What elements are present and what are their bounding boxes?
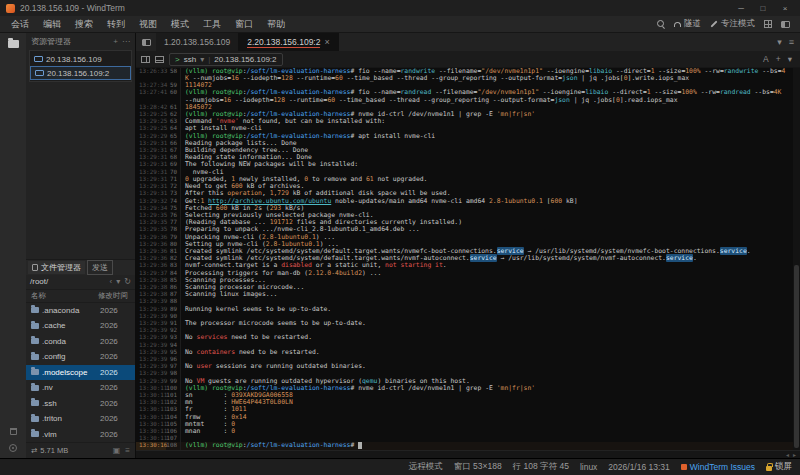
session-tree-area[interactable] (26, 86, 135, 259)
folder-icon (31, 416, 39, 422)
menu-item[interactable]: 帮助 (260, 16, 292, 32)
line-number: 65 (166, 133, 181, 140)
side-footer: ⇄ 5.71 MB ▣ ≡ (26, 442, 135, 458)
scrollbar-thumb[interactable] (794, 265, 799, 448)
toolbar-more-icon[interactable]: ▾ (788, 54, 792, 64)
split-horizontal-icon[interactable] (155, 56, 164, 63)
tunnel-button[interactable]: 隧道 (674, 18, 701, 30)
terminal-line: 13:29:3995No containers need to be resta… (136, 349, 793, 356)
search-icon[interactable] (657, 20, 665, 28)
line-timestamp: 13:29:38 (136, 291, 166, 298)
file-row[interactable]: .anaconda2026 (26, 303, 135, 319)
session-list: 20.138.156.10920.138.156.109:2 (29, 50, 132, 82)
line-number: 87 (166, 291, 181, 298)
status-mode[interactable]: 远程模式 (409, 461, 443, 473)
line-timestamp: 13:29:32 (136, 198, 166, 205)
minimize-button[interactable]: ─ (730, 4, 752, 13)
menu-items: 会话编辑搜索转到视图模式工具窗口帮助 (4, 16, 292, 32)
line-number: 64 (166, 125, 181, 132)
file-row[interactable]: .triton2026 (26, 411, 135, 427)
terminal-body[interactable]: 13:26:3358(vllm) root@vip:/soft/lm-evalu… (136, 68, 800, 450)
scroll-left-icon[interactable]: ◂ (786, 452, 789, 458)
line-number: 102 (166, 399, 181, 406)
font-size-icon[interactable]: A (763, 54, 769, 64)
status-cursor-position[interactable]: 行 108 字符 45 (513, 461, 569, 473)
status-datetime: 2026/1/16 13:31 (608, 462, 669, 472)
split-vertical-icon[interactable] (141, 56, 150, 63)
line-timestamp: 13:29:35 (136, 219, 166, 226)
trash-icon[interactable] (10, 428, 17, 435)
scroll-right-icon[interactable]: ▸ (793, 452, 796, 458)
tab-list-icon[interactable]: ▾ (777, 37, 782, 47)
file-row[interactable]: .modelscope2026 (26, 365, 135, 381)
file-row[interactable]: .cache2026 (26, 318, 135, 334)
file-panel-tab[interactable]: 发送 (87, 260, 113, 275)
column-mtime[interactable]: 修改时间 (98, 291, 130, 301)
session-item[interactable]: 20.138.156.109:2 (30, 66, 131, 80)
terminal-line: 13:26:3358(vllm) root@vip:/soft/lm-evalu… (136, 68, 793, 82)
file-row[interactable]: .conda2026 (26, 334, 135, 350)
file-mtime: 2026 (100, 352, 130, 361)
line-timestamp: 13:30:16 (136, 442, 166, 450)
file-name: .modelscope (42, 368, 97, 377)
line-timestamp: 13:29:36 (136, 255, 166, 262)
line-number: 94 (166, 342, 181, 349)
file-panel-tab[interactable]: 文件管理器 (28, 261, 85, 274)
status-os[interactable]: linux (580, 462, 597, 472)
line-timestamp: 13:29:36 (136, 262, 166, 269)
toggle-panels-icon[interactable] (781, 21, 790, 28)
line-number: 66 (166, 140, 181, 147)
line-timestamp: 13:30:11 (136, 385, 166, 392)
file-row[interactable]: .nv2026 (26, 380, 135, 396)
menu-item[interactable]: 模式 (164, 16, 196, 32)
menu-item[interactable]: 窗口 (228, 16, 260, 32)
menu-item[interactable]: 工具 (196, 16, 228, 32)
column-name[interactable]: 名称 (31, 291, 98, 301)
gear-icon[interactable] (9, 444, 17, 452)
current-path[interactable]: /root/ (30, 277, 48, 286)
line-number: 93 (166, 334, 181, 341)
folder-icon (31, 338, 39, 344)
lock-screen-button[interactable]: 锁屏 (766, 461, 792, 473)
session-item[interactable]: 20.138.156.109 (30, 52, 131, 66)
line-number: 69 (166, 161, 181, 168)
line-timestamp: 13:29:39 (136, 378, 166, 385)
add-session-icon[interactable]: + (113, 37, 118, 46)
line-text: No containers need to be restarted. (185, 349, 793, 356)
tab-menu-icon[interactable]: ≡ (789, 37, 794, 47)
shell-selector[interactable]: > ssh ▾ | 20.138.156.109:2 (169, 53, 283, 66)
back-icon[interactable]: ‹ (110, 277, 113, 286)
refresh-icon[interactable]: ↻ (124, 277, 131, 286)
chevron-down-icon[interactable]: ▾ (116, 277, 120, 286)
layout-grid-icon[interactable] (764, 20, 772, 28)
status-window-size[interactable]: 窗口 53×188 (454, 461, 502, 473)
more-icon[interactable]: ⋯ (122, 37, 130, 46)
menu-item[interactable]: 搜索 (68, 16, 100, 32)
line-timestamp: 13:29:39 (136, 349, 166, 356)
file-row[interactable]: .config2026 (26, 349, 135, 365)
menu-item[interactable]: 会话 (4, 16, 36, 32)
folder-icon (31, 400, 39, 406)
terminal-tab[interactable]: 1.20.138.156.109 (156, 33, 239, 51)
maximize-button[interactable]: □ (752, 4, 774, 13)
terminal-tab[interactable]: 2.20.138.156.109:2× (239, 33, 339, 51)
terminal-tabs: 1.20.138.156.1092.20.138.156.109:2× (156, 33, 339, 51)
close-icon[interactable]: × (324, 37, 329, 47)
filter-icon[interactable]: ≡ (125, 446, 130, 455)
add-pane-icon[interactable]: + (776, 54, 781, 64)
explorer-icon[interactable] (8, 40, 19, 48)
close-button[interactable]: × (774, 4, 796, 13)
line-timestamp: 13:29:38 (136, 284, 166, 291)
windterm-issues-link[interactable]: WindTerm Issues (681, 462, 755, 472)
menu-item[interactable]: 编辑 (36, 16, 68, 32)
focus-mode-button[interactable]: 专注模式 (710, 18, 755, 30)
transfer-icon: ⇄ (31, 446, 37, 455)
file-row[interactable]: .ssh2026 (26, 396, 135, 412)
delete-icon[interactable]: ▣ (113, 446, 121, 455)
menu-item[interactable]: 转到 (100, 16, 132, 32)
file-row[interactable]: .vim2026 (26, 427, 135, 443)
terminal-scrollbar[interactable] (793, 68, 800, 450)
status-bar: 远程模式 窗口 53×188 行 108 字符 45 linux 2026/1/… (0, 458, 800, 475)
sidebar-toggle-icon[interactable] (136, 39, 156, 46)
menu-item[interactable]: 视图 (132, 16, 164, 32)
